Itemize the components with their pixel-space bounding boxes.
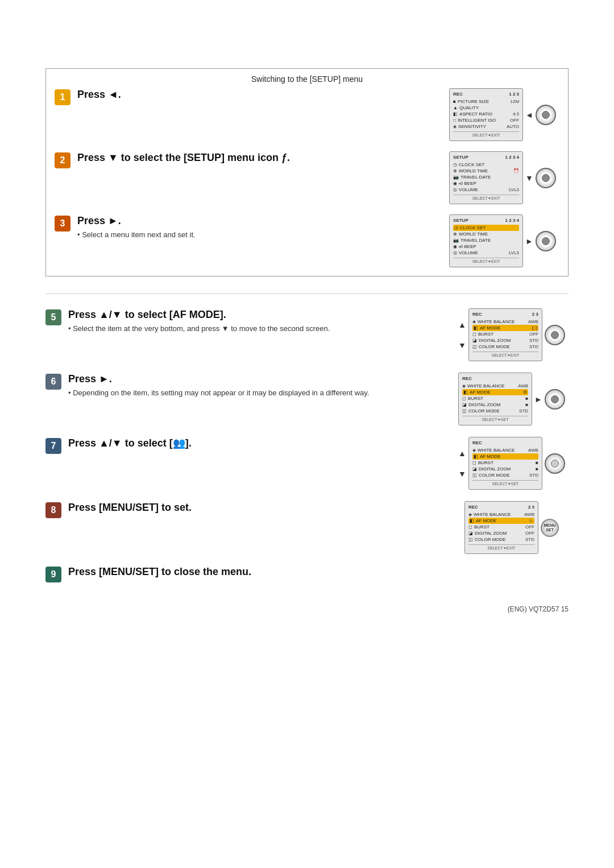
step-5-screen: REC 2 3 ◈ WHITE BALANCE AWB ◧ AF MODE [□… [468, 308, 542, 361]
screen-row: 📷 TRAVEL DATE [453, 174, 519, 180]
row-label: WHITE BALANCE [478, 319, 515, 324]
step-2-image: SETUP 1 2 3 4 ◷ CLOCK SET ⊕ WORLD TIME ⏰ [446, 151, 559, 204]
screen-footer: SELECT✦SET [472, 480, 538, 486]
screen-footer: SELECT✦EXIT [453, 258, 519, 264]
step-1-row: 1 Press ◄. REC 1 2 3 ■ PICTURE SIZE 12M [55, 88, 559, 141]
row-value: STD [529, 473, 538, 478]
step-1-screen-group: REC 1 2 3 ■ PICTURE SIZE 12M ▲ QUALITY [449, 88, 556, 141]
down-arrow-icon: ▼ [458, 341, 466, 350]
step-6-row: 6 Press ►. • Depending on the item, its … [45, 373, 569, 425]
step-9-row: 9 Press [MENU/SET] to close the menu. [45, 565, 569, 582]
row-icon: ◧ [463, 390, 468, 395]
row-icon: □ [453, 118, 456, 123]
row-value: ⚙ [523, 390, 527, 395]
step-5-number: 5 [45, 309, 61, 325]
rec-label: REC [472, 440, 482, 445]
step-7-row: 7 Press ▲/▼ to select [👥]. ▲ ▼ REC [45, 437, 569, 490]
step-3-screen: SETUP 1 2 3 4 ◷ CLOCK SET ⊕ WORLD TIME [449, 214, 523, 267]
row-value: STD [529, 338, 538, 343]
page-indicator: 2 3 [532, 312, 538, 317]
row-icon: ◧ [453, 111, 458, 117]
up-arrow-icon: ▲ [458, 320, 466, 329]
nav-dial-inner [542, 237, 550, 245]
step-9-text-area: Press [MENU/SET] to close the menu. [68, 565, 569, 578]
down-arrow-icon: ▼ [525, 173, 533, 183]
screen-footer: SELECT✦EXIT [453, 195, 519, 201]
step-3-screen-group: SETUP 1 2 3 4 ◷ CLOCK SET ⊕ WORLD TIME [449, 214, 556, 267]
row-icon: ◈ [472, 448, 476, 453]
row-icon: ◻ [472, 332, 476, 337]
step-3-image: SETUP 1 2 3 4 ◷ CLOCK SET ⊕ WORLD TIME [446, 214, 559, 267]
right-arrow-icon: ► [525, 237, 533, 246]
row-icon: ■ [453, 99, 456, 104]
screen-row: ◷ CLOCK SET [453, 162, 519, 168]
row-label: VOLUME [459, 187, 478, 192]
row-label: BURST [468, 396, 483, 401]
row-label: VOLUME [459, 250, 478, 255]
nav-dial-inner [542, 111, 550, 119]
step-3-text: Press ►. [77, 214, 439, 228]
row-icon: ◫ [468, 537, 473, 542]
row-icon: ◉ [453, 244, 457, 249]
row-value: LVL3 [509, 187, 519, 192]
row-label: DIGITAL ZOOM [468, 402, 500, 407]
step-2-screen: SETUP 1 2 3 4 ◷ CLOCK SET ⊕ WORLD TIME ⏰ [449, 151, 523, 204]
row-label: AF MODE [476, 518, 496, 523]
row-icon: ◫ [472, 473, 477, 478]
step-6-image: REC ◈ WHITE BALANCE AWB ◧ AF MODE ⚙ [455, 373, 569, 425]
step-3-screen-header: SETUP 1 2 3 4 [453, 218, 519, 223]
screen-footer: SELECT✦EXIT [468, 544, 534, 551]
step-8-text-area: Press [MENU/SET] to set. [68, 501, 450, 514]
step-7-text-area: Press ▲/▼ to select [👥]. [68, 437, 450, 450]
row-icon: ◻ [472, 460, 476, 465]
screen-row: ◈ WHITE BALANCE AWB [468, 511, 534, 518]
step-5-screen-group: ▲ ▼ REC 2 3 ◈ WHITE BALANCE AWB [458, 308, 565, 361]
step-3-content: Press ►. • Select a menu item next and s… [77, 214, 439, 241]
row-value: ■ [525, 396, 528, 401]
row-icon: ◈ [462, 383, 466, 388]
nav-dial [536, 231, 556, 251]
step-2-number: 2 [55, 152, 70, 168]
row-icon: ◈ [453, 124, 457, 129]
setup-label: SETUP [453, 155, 468, 160]
row-icon: ◻ [462, 396, 466, 401]
screen-row: ◉ •0 BEEP [453, 180, 519, 187]
page-indicator: 2 3 [528, 505, 534, 510]
row-value: STD [519, 408, 528, 414]
row-label: •0 BEEP [459, 244, 476, 249]
row-value: STD [525, 537, 534, 542]
up-arrow-icon: ▲ [458, 449, 466, 458]
row-label: BURST [474, 524, 489, 530]
rec-label: REC [468, 505, 478, 510]
screen-row: ◫ COLOR MODE STD [462, 408, 528, 414]
row-value: ⏰ [513, 168, 519, 173]
screen-row: 📷 TRAVEL DATE [453, 237, 519, 243]
step-7-number: 7 [45, 438, 61, 454]
step-8-screen-header: REC 2 3 [468, 505, 534, 510]
screen-row: ◎ VOLUME LVL3 [453, 250, 519, 256]
row-icon: ◧ [474, 454, 478, 459]
menu-set-button[interactable]: MENUSET [541, 519, 559, 537]
row-icon: ◎ [453, 187, 457, 192]
step-6-screen: REC ◈ WHITE BALANCE AWB ◧ AF MODE ⚙ [458, 373, 532, 425]
row-label: DIGITAL ZOOM [479, 338, 511, 343]
row-label: WHITE BALANCE [474, 512, 511, 517]
step-5-row: 5 Press ▲/▼ to select [AF MODE]. • Selec… [45, 308, 569, 361]
step-7-screen: REC ◈ WHITE BALANCE AWB ◧ AF MODE ◻ [468, 437, 542, 490]
step-5-text: Press ▲/▼ to select [AF MODE]. [68, 308, 450, 321]
page-content: Switching to the [SETUP] menu 1 Press ◄.… [45, 68, 569, 613]
row-icon: ▲ [453, 105, 458, 110]
row-label: COLOR MODE [475, 537, 506, 542]
v-arrows-icon: ▲ ▼ [458, 449, 466, 478]
step-1-content: Press ◄. [77, 88, 439, 101]
row-value: AWB [518, 383, 528, 388]
step-8-screen: REC 2 3 ◈ WHITE BALANCE AWB ◧ AF MODE ☺ [464, 501, 538, 554]
page-indicator: 1 2 3 4 [505, 155, 519, 160]
row-value: AWB [528, 319, 538, 324]
screen-row: ◈ WHITE BALANCE AWB [472, 447, 538, 453]
row-value: STD [529, 344, 538, 349]
step-6-screen-group: REC ◈ WHITE BALANCE AWB ◧ AF MODE ⚙ [458, 373, 565, 425]
row-label: WHITE BALANCE [467, 383, 504, 388]
step-6-subtext: • Depending on the item, its setting may… [68, 388, 450, 398]
step-7-content: Press ▲/▼ to select [👥]. ▲ ▼ REC ◈ WHI [68, 437, 569, 490]
